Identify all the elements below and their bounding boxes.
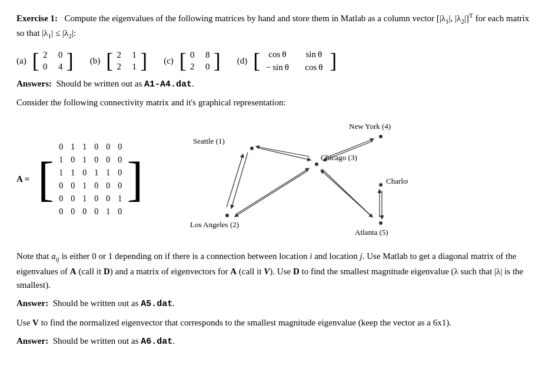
matrix-c-item: (c) [ 0 8 2 0 ] [164, 49, 223, 72]
exercise-label: Exercise 1: [16, 14, 58, 23]
answer-line-1: Answers: Should be written out as A1-A4.… [16, 77, 536, 91]
cell: 0 [94, 154, 98, 166]
bracket-left-a: [ [32, 50, 39, 71]
big-bracket-right: ] [127, 155, 143, 204]
i-text: i [310, 251, 312, 261]
answer5-line: Answer: Should be written out as A5.dat. [16, 297, 536, 311]
cell: 0 [59, 205, 63, 218]
bold-V2: V [32, 318, 39, 327]
node-atlanta [379, 221, 383, 225]
bold-A2: A [230, 267, 237, 276]
matrix-d-grid: cos θ sin θ − sin θ cos θ [261, 48, 328, 74]
node-charlotte [379, 183, 383, 187]
cell: 1 [59, 167, 63, 179]
label-atlanta: Atlanta (5) [355, 228, 388, 237]
bold-V: V [264, 267, 270, 276]
exercise-header: Exercise 1: Compute the eigenvalues of t… [16, 11, 536, 42]
cell: 1 [59, 154, 63, 166]
bracket-right-d: ] [330, 50, 337, 71]
svg-line-9 [321, 170, 371, 216]
cell: 1 [106, 167, 110, 179]
matrix-b: [ 2 1 2 1 ] [106, 49, 147, 72]
cell: 2 [189, 60, 195, 74]
cell: 0 [118, 141, 122, 153]
cell: 1 [131, 60, 137, 74]
cell: 0 [106, 192, 110, 205]
answers-label: Answers: [16, 79, 52, 88]
answer6-label: Answer: [16, 336, 48, 346]
svg-line-5 [235, 171, 308, 217]
svg-line-0 [231, 152, 248, 208]
cell: 1 [82, 154, 87, 166]
matrix-c: [ 0 8 2 0 ] [179, 49, 221, 72]
cell: 1 [82, 192, 87, 205]
note-paragraph: Note that aij is either 0 or 1 depending… [16, 250, 536, 292]
label-la: Los Angeles (2) [190, 220, 239, 229]
cell: 1 [106, 205, 110, 218]
paragraph2: Use V to find the normalized eigenvector… [16, 316, 536, 330]
cell: 0 [59, 141, 63, 153]
bold-A: A [70, 267, 77, 276]
matrix-c-grid: 0 8 2 0 [188, 49, 212, 72]
svg-line-4 [236, 168, 309, 214]
bracket-left-c: [ [179, 50, 187, 71]
cell: 1 [82, 180, 87, 192]
node-newyork [379, 135, 383, 138]
cell: 0 [106, 154, 110, 166]
cell: 2 [116, 60, 122, 74]
matrix-a-label: (a) [16, 54, 26, 68]
j-text: j [360, 251, 363, 261]
matrix-b-item: (b) [ 2 1 2 1 ] [90, 49, 150, 72]
bracket-right-a: ] [66, 50, 74, 71]
cell: 0 [94, 205, 98, 218]
connectivity-layout: A = [ 011000 101000 110110 001000 001001… [16, 114, 536, 244]
cell: 1 [71, 141, 75, 153]
cell: 0 [205, 60, 211, 74]
cell: − sin θ [266, 61, 289, 74]
cell: 4 [58, 60, 64, 74]
cell: cos θ [305, 61, 322, 74]
aij-text: aij [51, 251, 59, 261]
answer5-text: Should be written out as A5.dat. [51, 298, 175, 308]
cell: 0 [59, 192, 63, 205]
bracket-right-b: ] [140, 50, 147, 71]
matrix-c-label: (c) [164, 54, 174, 68]
answer6-line: Answer: Should be written out as A6.dat. [16, 334, 536, 348]
cell: 0 [71, 180, 75, 192]
answers-text: Should be written out as A1-A4.dat. [54, 79, 194, 88]
matrix-a: [ 2 0 0 4 ] [32, 49, 74, 72]
matrices-row: (a) [ 2 0 0 4 ] (b) [ 2 1 2 1 ] (c) [16, 48, 536, 74]
cell: 0 [94, 141, 98, 153]
matrix-b-label: (b) [90, 54, 101, 68]
connectivity-text: Consider the following connectivity matr… [16, 98, 286, 107]
cell: 0 [118, 205, 122, 218]
bold-D: D [104, 267, 110, 276]
graph-container: Seattle (1) Los Angeles (2) Chicago (3) … [161, 114, 408, 244]
svg-line-1 [227, 154, 243, 207]
cell: 0 [118, 167, 122, 179]
big-matrix-container: [ 011000 101000 110110 001000 001001 000… [38, 140, 143, 218]
node-seattle [250, 147, 254, 150]
node-chicago [315, 162, 318, 166]
cell: 0 [71, 205, 75, 218]
cell: 0 [94, 192, 98, 205]
cell: 0 [118, 154, 122, 166]
cell: 1 [82, 141, 87, 153]
matrix-b-grid: 2 1 2 1 [114, 49, 139, 72]
bracket-left-b: [ [106, 50, 113, 71]
matrix-d-item: (d) [ cos θ sin θ − sin θ cos θ ] [237, 48, 340, 74]
connectivity-intro: Consider the following connectivity matr… [16, 96, 536, 109]
label-seattle: Seattle (1) [193, 137, 225, 145]
cell: sin θ [305, 48, 322, 61]
big-matrix-equation: A = [ 011000 101000 110110 001000 001001… [16, 140, 143, 218]
cell: 0 [59, 180, 63, 192]
matrix-a-item: (a) [ 2 0 0 4 ] [16, 49, 76, 72]
cell: 0 [71, 154, 75, 166]
cell: 0 [106, 180, 110, 192]
answer5-label: Answer: [16, 298, 48, 308]
cell: cos θ [268, 48, 286, 61]
big-matrix-grid: 011000 101000 110110 001000 001001 00001… [56, 140, 125, 218]
cell: 0 [71, 192, 75, 205]
cell: 0 [82, 167, 87, 179]
label-chicago: Chicago (3) [321, 153, 357, 162]
